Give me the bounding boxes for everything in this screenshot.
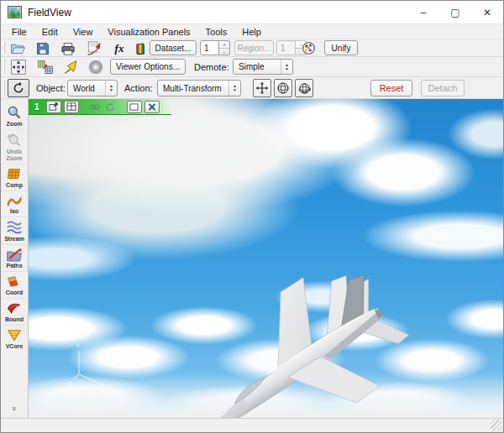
layout-window-button[interactable]	[64, 101, 79, 113]
app-icon	[8, 6, 22, 18]
menu-file[interactable]: File	[4, 27, 34, 37]
sidebar-item-coord[interactable]: Coord	[1, 272, 28, 299]
link-views-icon[interactable]	[87, 101, 102, 113]
title-bar: FieldView – ▢ ✕	[1, 1, 503, 24]
viewer-options-button[interactable]: Viewer Options...	[110, 59, 186, 75]
sidebar-item-zoom[interactable]: Zoom	[1, 102, 28, 130]
toolbar-drag-handle[interactable]	[3, 60, 5, 74]
close-pane-icon	[148, 103, 156, 111]
streamlines-icon	[6, 220, 23, 235]
export-image-icon[interactable]	[84, 40, 102, 56]
maximize-button[interactable]: ▢	[439, 1, 471, 23]
action-select[interactable]: Multi-Transform ▲▼	[157, 80, 241, 97]
toolbar-drag-handle[interactable]	[3, 42, 5, 54]
window-arrow-icon	[49, 102, 59, 111]
dataset-spinner[interactable]: 1 +−	[200, 40, 230, 55]
toolbar-drag-handle[interactable]	[3, 80, 5, 96]
axis-triad: Y X Z	[67, 341, 134, 399]
reset-button[interactable]: Reset	[370, 80, 412, 97]
menu-view[interactable]: View	[66, 27, 101, 37]
viewer-toolbar: Viewer Options... Demote: Simple ▲▼	[1, 57, 503, 77]
globe-rotate-button[interactable]	[274, 79, 292, 97]
function-icon[interactable]: fx	[112, 40, 127, 56]
grid-transform-icon[interactable]	[34, 59, 56, 76]
demote-select[interactable]: Simple ▲▼	[233, 59, 293, 75]
particle-paths-icon	[6, 248, 23, 262]
svg-text:X: X	[100, 382, 105, 389]
resize-grip[interactable]	[491, 420, 502, 431]
viewer-index: 1	[34, 102, 39, 112]
minimize-button[interactable]: –	[407, 1, 439, 23]
vortex-core-icon	[6, 328, 23, 342]
fieldview-window: FieldView – ▢ ✕ File Edit View Visualiza…	[0, 0, 504, 433]
undo-zoom-icon	[6, 133, 23, 148]
aircraft-model	[150, 170, 428, 418]
object-label: Object:	[36, 83, 66, 93]
sidebar-item-stream[interactable]: Stream	[1, 217, 28, 245]
sidebar-item-undo-zoom[interactable]: Undo Zoom	[1, 130, 28, 164]
main-area: Zoom Undo Zoom Comp	[1, 99, 503, 418]
dataset-colors-icon[interactable]	[299, 40, 318, 56]
save-icon[interactable]	[34, 40, 52, 56]
close-pane-button[interactable]	[144, 101, 160, 113]
demote-label: Demote:	[194, 62, 229, 72]
select-arrows-icon: ▲▼	[281, 60, 292, 74]
window-grid-icon	[66, 102, 76, 111]
popout-window-button[interactable]	[46, 101, 61, 113]
open-file-icon[interactable]	[8, 40, 27, 56]
computational-surface-icon	[6, 167, 23, 181]
svg-text:Y: Y	[76, 342, 81, 349]
boundary-surface-icon	[6, 301, 23, 316]
detach-button: Detach	[421, 80, 465, 97]
zoom-icon	[6, 105, 23, 120]
unify-button[interactable]: Unify	[324, 40, 358, 55]
object-select[interactable]: World ▲▼	[67, 80, 118, 97]
rotate-mode-button[interactable]	[8, 79, 29, 97]
region-number: 1	[276, 40, 296, 55]
menu-tools[interactable]: Tools	[198, 27, 235, 37]
globe-spin-button[interactable]	[295, 79, 313, 97]
pan-mode-button[interactable]	[253, 79, 271, 97]
select-arrows-icon: ▲▼	[105, 81, 117, 96]
file-toolbar: fx Dataset... 1 +− Region... 1 +−	[1, 39, 503, 57]
fit-to-window-icon[interactable]	[8, 59, 29, 76]
window-controls: – ▢ ✕	[407, 1, 503, 23]
maximize-pane-icon	[129, 103, 139, 111]
sidebar-item-vcore[interactable]: VCore	[1, 326, 28, 352]
surface-tools-sidebar: Zoom Undo Zoom Comp	[1, 99, 29, 418]
menu-help[interactable]: Help	[234, 27, 269, 37]
colormap-icon[interactable]	[132, 40, 150, 56]
window-title: FieldView	[28, 7, 71, 18]
torus-tool-icon[interactable]	[85, 59, 107, 76]
close-button[interactable]: ✕	[471, 1, 503, 23]
coordinate-surface-icon	[6, 274, 23, 289]
select-arrows-icon: ▲▼	[228, 81, 240, 96]
region-button: Region...	[234, 40, 274, 55]
status-strip	[1, 418, 503, 432]
menu-bar: File Edit View Visualization Panels Tool…	[1, 24, 503, 39]
menu-edit[interactable]: Edit	[34, 27, 66, 37]
iso-surface-icon	[6, 194, 23, 207]
sidebar-item-iso[interactable]: Iso	[1, 191, 28, 217]
print-icon[interactable]	[59, 40, 77, 56]
sync-rotate-icon[interactable]	[103, 101, 118, 113]
dataset-number[interactable]: 1	[200, 40, 219, 55]
probe-pick-icon[interactable]	[60, 59, 81, 76]
action-value: Multi-Transform	[163, 84, 222, 93]
object-value: World	[73, 84, 95, 93]
transform-toolbar: Object: World ▲▼ Action: Multi-Transform…	[1, 77, 503, 99]
demote-value: Simple	[239, 62, 265, 71]
svg-text:Z: Z	[68, 380, 72, 388]
sidebar-overflow-chevron[interactable]: »	[10, 406, 18, 410]
maximize-pane-button[interactable]	[127, 101, 142, 113]
sidebar-item-paths[interactable]: Paths	[1, 245, 28, 272]
action-label: Action:	[124, 83, 153, 93]
menu-visualization-panels[interactable]: Visualization Panels	[100, 27, 197, 37]
viewer-title-strip: 1	[29, 99, 171, 115]
dataset-spinner-arrows[interactable]: +−	[219, 40, 230, 55]
sidebar-item-bound[interactable]: Bound	[1, 299, 28, 326]
sidebar-item-comp[interactable]: Comp	[1, 164, 28, 191]
viewport-3d[interactable]: 1	[29, 99, 503, 418]
dataset-button[interactable]: Dataset...	[150, 40, 197, 55]
